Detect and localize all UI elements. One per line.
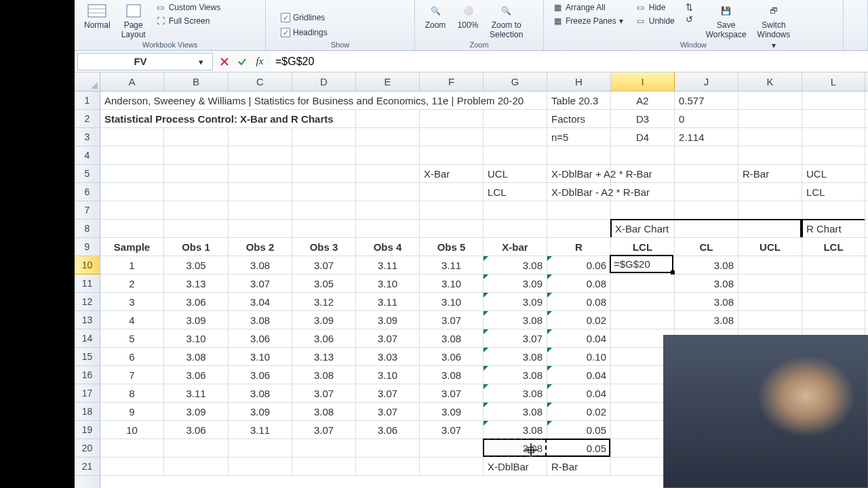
cell[interactable] [100,146,164,164]
cell[interactable] [292,165,356,182]
cell[interactable] [356,128,420,146]
zoom-button[interactable]: 🔍Zoom [420,1,450,31]
column-header-K[interactable]: K [738,73,802,91]
cell[interactable] [611,293,675,310]
active-cell-editing[interactable]: =$G$20 [610,255,673,273]
cancel-formula-button[interactable] [217,54,232,69]
cell[interactable]: Obs 3 [292,238,356,256]
cell[interactable] [164,220,229,237]
cell[interactable] [292,439,356,457]
cell[interactable] [484,220,547,237]
cell[interactable] [547,201,611,219]
cell[interactable] [484,110,547,127]
cell[interactable]: X-Bar [420,165,484,182]
cell[interactable]: 3.08 [675,311,738,329]
cell[interactable]: 3.09 [164,311,229,329]
cell[interactable]: 3.08 [292,366,356,384]
cell[interactable] [292,201,356,219]
cell[interactable]: 3.05 [292,274,356,292]
cell[interactable]: 3.06 [420,348,484,365]
cell[interactable] [738,183,802,201]
cell[interactable]: 3.10 [356,366,420,384]
page-layout-button[interactable]: Page Layout [117,1,150,41]
column-header-E[interactable]: E [356,73,420,91]
cell[interactable]: Statistical Process Control: X-Bar and R… [100,110,356,127]
cell[interactable] [356,165,420,182]
cell[interactable] [292,146,356,164]
row-header-6[interactable]: 6 [75,183,100,201]
cell[interactable]: 3.08 [484,348,547,365]
row-header-12[interactable]: 12 [75,293,100,311]
column-header-L[interactable]: L [802,73,865,91]
cell[interactable] [164,183,229,201]
insert-function-button[interactable]: fx [252,54,267,69]
cell[interactable] [738,110,802,127]
column-header-H[interactable]: H [547,73,611,91]
cell[interactable]: 3.07 [484,329,547,347]
column-header-B[interactable]: B [164,73,229,91]
cell[interactable]: UCL [738,238,802,256]
cell[interactable]: Obs 5 [420,238,484,256]
cell[interactable]: 3.10 [164,329,229,347]
row-header-18[interactable]: 18 [75,403,100,421]
cell[interactable] [229,201,292,219]
cell[interactable]: Table 20.3 [547,92,611,109]
cell[interactable] [802,146,865,164]
cell[interactable] [229,183,292,201]
cell[interactable]: R Chart [802,220,865,237]
cell[interactable]: Obs 4 [356,238,420,256]
row-header-11[interactable]: 11 [75,274,100,293]
cell[interactable] [484,146,547,164]
cell[interactable]: 3.08 [675,274,738,292]
row-header-13[interactable]: 13 [75,311,100,329]
cell[interactable] [802,256,865,274]
cell[interactable] [420,146,484,164]
cell[interactable]: 3.07 [356,403,420,420]
cell[interactable]: 3.06 [229,366,292,384]
cell[interactable] [484,201,547,219]
cell[interactable] [802,293,865,310]
cell[interactable]: 3.11 [356,293,420,310]
cell[interactable]: 3.11 [356,256,420,274]
column-header-F[interactable]: F [420,73,484,91]
cell[interactable]: 3.08 [229,256,292,274]
cell[interactable] [229,165,292,182]
column-header-A[interactable]: A [100,73,164,91]
cell[interactable]: 4 [100,311,164,329]
cell[interactable]: LCL [484,183,547,201]
row-header-4[interactable]: 4 [75,146,100,165]
cell[interactable]: 3.08 [484,403,547,420]
cell[interactable] [356,220,420,237]
cell[interactable]: 3.11 [164,384,229,402]
cell[interactable] [611,183,675,201]
cell[interactable]: X-DblBar - A2 * R-Bar [547,183,611,201]
cell[interactable]: 3.11 [229,421,292,439]
row-header-2[interactable]: 2 [75,110,100,128]
cell[interactable]: R-Bar [547,458,611,475]
cell[interactable]: 0.02 [547,403,611,420]
cell[interactable]: 3.08 [484,366,547,384]
accept-formula-button[interactable] [235,54,250,69]
cell[interactable]: 3.05 [164,256,229,274]
cell[interactable]: LCL [611,238,675,256]
column-headers[interactable]: ABCDEFGHIJKL [100,73,868,92]
cell[interactable] [356,201,420,219]
cell[interactable]: 0 [675,110,738,127]
cell[interactable]: Obs 2 [229,238,292,256]
cell[interactable] [100,165,164,182]
column-header-I[interactable]: I [611,73,675,91]
cell[interactable] [164,128,229,146]
cell[interactable]: R [547,238,611,256]
cell[interactable]: X-bar [484,238,547,256]
column-header-D[interactable]: D [292,73,356,91]
cell[interactable] [611,165,675,182]
cell[interactable] [738,274,802,292]
cell[interactable] [802,274,865,292]
row-header-17[interactable]: 17 [75,384,100,403]
cell[interactable] [164,201,229,219]
cell[interactable]: 3.08 [484,311,547,329]
cell[interactable] [100,439,164,457]
row-header-15[interactable]: 15 [75,348,100,366]
cell[interactable] [356,183,420,201]
column-header-G[interactable]: G [484,73,547,91]
